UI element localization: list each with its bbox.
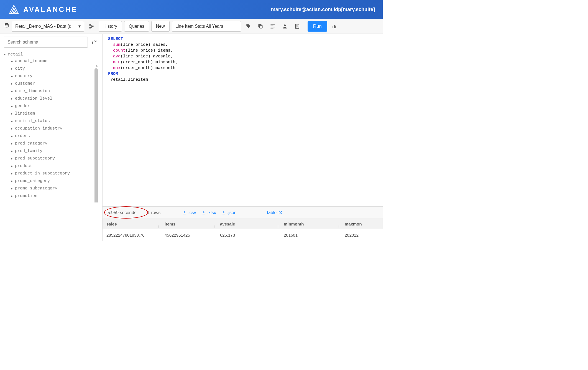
- brand-logo: AVALANCHE: [8, 5, 77, 14]
- svg-rect-6: [270, 26, 273, 26]
- brand-name: AVALANCHE: [23, 5, 77, 14]
- schema-table-item[interactable]: ▶city: [11, 65, 98, 72]
- schema-table-item[interactable]: ▶product: [11, 162, 98, 170]
- column-resize-handle[interactable]: ⋮: [157, 224, 160, 228]
- column-header[interactable]: minmonth⋮: [280, 222, 341, 226]
- schema-table-item[interactable]: ▶promo_subcategory: [11, 185, 98, 192]
- main-toolbar: Retail_Demo_MAS - Data (d ▾ History Quer…: [0, 19, 383, 34]
- svg-rect-1: [90, 24, 91, 26]
- table-label: product_in_subcategory: [15, 171, 70, 176]
- chevron-right-icon: ▶: [11, 157, 13, 160]
- chart-icon[interactable]: [329, 21, 339, 31]
- schema-table-item[interactable]: ▶marital_status: [11, 117, 98, 125]
- table-label: product: [15, 164, 32, 168]
- table-label: country: [15, 74, 32, 78]
- column-header[interactable]: avesale⋮: [216, 222, 280, 226]
- run-button[interactable]: Run: [308, 21, 327, 32]
- column-header[interactable]: sales⋮: [103, 222, 161, 226]
- chevron-right-icon: ▶: [11, 97, 13, 100]
- chevron-right-icon: ▶: [11, 172, 13, 175]
- schema-table-item[interactable]: ▶promotion: [11, 192, 98, 200]
- cell: 202012: [341, 233, 374, 237]
- table-label: promo_category: [15, 179, 50, 183]
- user-identity: mary.schulte@actian.com.idp[mary.schulte…: [271, 7, 375, 12]
- schema-search-input[interactable]: [4, 37, 88, 48]
- avalanche-logo-icon: [8, 5, 19, 14]
- scrollbar-thumb[interactable]: [94, 68, 98, 202]
- table-view-link[interactable]: table: [267, 210, 282, 215]
- tag-icon[interactable]: [243, 21, 253, 31]
- download-json-link[interactable]: .json: [222, 210, 237, 215]
- table-label: lineitem: [15, 111, 35, 116]
- copy-icon[interactable]: [255, 21, 265, 31]
- scroll-up-icon[interactable]: ▲: [96, 64, 98, 67]
- svg-rect-7: [270, 27, 275, 27]
- column-resize-handle[interactable]: ⋮: [276, 224, 279, 228]
- schema-root[interactable]: ▼ retail: [4, 52, 98, 57]
- chevron-right-icon: ▶: [11, 194, 13, 198]
- chevron-right-icon: ▶: [11, 120, 13, 123]
- table-label: customer: [15, 81, 35, 86]
- cell: 625.173: [216, 233, 280, 237]
- svg-rect-10: [333, 26, 333, 28]
- schema-table-item[interactable]: ▶prod_subcategory: [11, 155, 98, 162]
- cell: 201601: [280, 233, 341, 237]
- chevron-right-icon: ▶: [11, 75, 13, 78]
- schema-tree-toggle-icon[interactable]: [86, 21, 96, 31]
- svg-rect-12: [335, 26, 336, 28]
- schema-table-item[interactable]: ▶prod_family: [11, 147, 98, 155]
- save-icon[interactable]: [292, 21, 302, 31]
- cell: 45622951425: [161, 233, 216, 237]
- svg-rect-2: [90, 27, 91, 28]
- schema-table-item[interactable]: ▶prod_category: [11, 140, 98, 147]
- results-data-row: 28522247801833.76 45622951425 625.173 20…: [103, 229, 383, 241]
- refresh-icon[interactable]: [90, 38, 98, 46]
- schema-table-item[interactable]: ▶lineitem: [11, 110, 98, 117]
- user-icon[interactable]: [280, 21, 290, 31]
- svg-rect-3: [92, 26, 94, 27]
- table-label: education_level: [15, 96, 52, 101]
- schema-table-item[interactable]: ▶education_level: [11, 95, 98, 102]
- format-icon[interactable]: [268, 21, 278, 31]
- results-status-bar: 5.959 seconds 1 rows .csv .xlsx .json ta…: [103, 206, 383, 219]
- chevron-right-icon: ▶: [11, 135, 13, 138]
- schema-table-item[interactable]: ▶date_dimension: [11, 87, 98, 95]
- download-xlsx-link[interactable]: .xlsx: [202, 210, 216, 215]
- schema-table-item[interactable]: ▶orders: [11, 132, 98, 140]
- database-select-value: Retail_Demo_MAS - Data (d: [15, 24, 71, 29]
- svg-rect-4: [259, 25, 262, 28]
- table-label: orders: [15, 134, 30, 138]
- column-resize-handle[interactable]: ⋮: [213, 224, 215, 228]
- editor-area: SELECT sum(line_price) sales, count(line…: [103, 34, 383, 241]
- svg-point-0: [5, 24, 8, 25]
- column-resize-handle[interactable]: ⋮: [337, 224, 340, 228]
- schema-table-item[interactable]: ▶country: [11, 72, 98, 80]
- schema-table-item[interactable]: ▶occupation_industry: [11, 125, 98, 132]
- schema-table-item[interactable]: ▶annual_income: [11, 57, 98, 65]
- schema-table-item[interactable]: ▶promo_category: [11, 177, 98, 185]
- table-label: annual_income: [15, 59, 47, 64]
- database-select[interactable]: Retail_Demo_MAS - Data (d ▾: [12, 21, 84, 32]
- queries-button[interactable]: Queries: [124, 21, 149, 32]
- schema-table-item[interactable]: ▶customer: [11, 80, 98, 87]
- schema-root-label: retail: [8, 52, 23, 57]
- chevron-right-icon: ▶: [11, 127, 13, 130]
- download-csv-link[interactable]: .csv: [183, 210, 196, 215]
- table-label: prod_family: [15, 149, 42, 153]
- chevron-down-icon: ▼: [4, 53, 6, 56]
- chevron-right-icon: ▶: [11, 142, 13, 145]
- schema-table-item[interactable]: ▶product_in_subcategory: [11, 170, 98, 177]
- row-count: 1 rows: [147, 210, 160, 215]
- table-label: occupation_industry: [15, 126, 62, 131]
- new-query-button[interactable]: New: [151, 21, 170, 32]
- chevron-right-icon: ▶: [11, 112, 13, 115]
- column-header[interactable]: maxmon: [341, 222, 374, 226]
- history-button[interactable]: History: [99, 21, 122, 32]
- query-name-input[interactable]: [172, 21, 241, 32]
- schema-table-item[interactable]: ▶gender: [11, 102, 98, 110]
- column-header[interactable]: items⋮: [161, 222, 216, 226]
- cell: 28522247801833.76: [103, 233, 161, 237]
- query-time: 5.959 seconds: [108, 210, 136, 215]
- app-header: AVALANCHE mary.schulte@actian.com.idp[ma…: [0, 0, 383, 19]
- sql-editor[interactable]: SELECT sum(line_price) sales, count(line…: [103, 34, 383, 206]
